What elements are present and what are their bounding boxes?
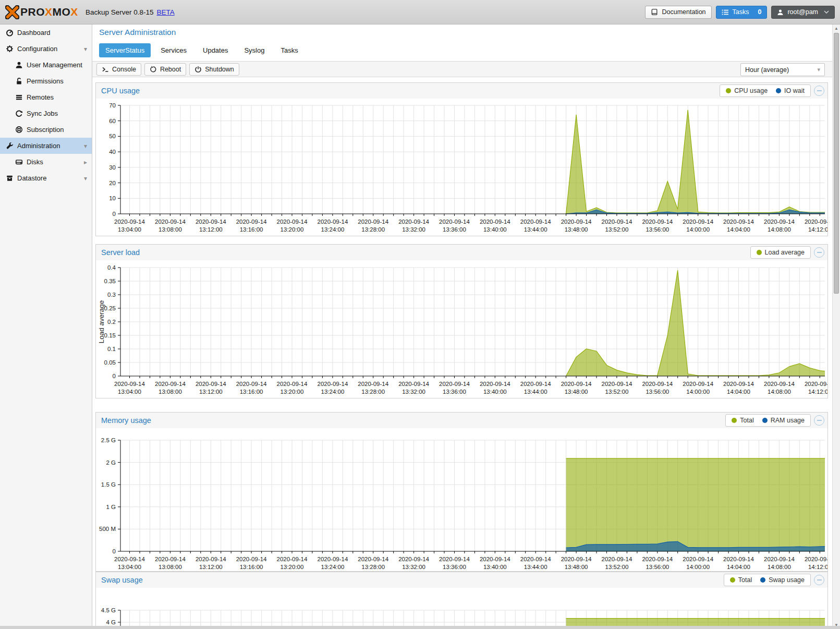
collapse-panel-button[interactable] [814,575,824,585]
sidebar-item-permissions[interactable]: Permissions [0,73,92,89]
svg-text:2020-09-14: 2020-09-14 [601,381,632,387]
svg-text:13:04:00: 13:04:00 [118,389,141,395]
tab-services[interactable]: Services [154,43,193,57]
tab-syslog[interactable]: Syslog [238,43,271,57]
sidebar-item-label: Permissions [27,77,64,85]
svg-text:4 G: 4 G [106,619,116,625]
chevron-down-icon: ▾ [84,175,87,182]
svg-text:2020-09-14: 2020-09-14 [155,556,186,562]
legend-item-io-wait[interactable]: IO wait [776,87,805,94]
svg-text:20: 20 [109,180,116,186]
scroll-up-arrow[interactable]: ▲ [833,25,840,32]
scrollbar-thumb[interactable] [834,33,839,294]
user-menu-button[interactable]: root@pam [771,6,835,19]
sidebar-item-subscription[interactable]: Subscription [0,122,92,138]
svg-text:2020-09-14: 2020-09-14 [196,381,226,387]
documentation-button[interactable]: Documentation [645,6,711,19]
svg-text:13:08:00: 13:08:00 [159,389,182,395]
documentation-label: Documentation [662,8,705,16]
svg-text:2020-09-14: 2020-09-14 [439,219,470,225]
sidebar-item-datastore[interactable]: Datastore ▾ [0,170,92,186]
legend-item-total[interactable]: Total [730,576,752,584]
product-version-label: Backup Server 0.8-15 [86,8,154,16]
svg-text:13:20:00: 13:20:00 [281,564,304,570]
collapse-panel-button[interactable] [814,86,824,96]
legend-item-cpu-usage[interactable]: CPU usage [726,87,768,94]
chevron-right-icon: ▸ [84,159,87,166]
tab-updates[interactable]: Updates [197,43,234,57]
timeframe-select[interactable]: Hour (average) ▾ [740,63,825,76]
sidebar-item-administration[interactable]: Administration ▾ [0,138,92,154]
svg-text:0: 0 [113,373,116,379]
user-icon [15,61,23,69]
svg-text:2020-09-14: 2020-09-14 [358,381,388,387]
legend-item-ram-usage[interactable]: RAM usage [762,417,805,424]
legend-label: CPU usage [734,87,768,94]
svg-text:13:32:00: 13:32:00 [402,389,425,395]
archive-box-icon [6,174,14,182]
sync-icon [15,110,23,117]
sidebar-item-dashboard[interactable]: Dashboard [0,25,92,41]
svg-text:13:40:00: 13:40:00 [483,564,507,570]
svg-text:13:16:00: 13:16:00 [240,564,263,570]
panel-title: Server load [101,245,140,260]
legend-label: Load average [765,249,805,256]
tasks-button[interactable]: Tasks 0 [716,6,768,19]
panel-header: CPU usage CPU usage IO wait [96,83,827,99]
sidebar-item-sync-jobs[interactable]: Sync Jobs [0,105,92,122]
svg-text:2020-09-14: 2020-09-14 [439,556,470,562]
svg-text:1.5 G: 1.5 G [101,481,116,488]
sidebar-item-disks[interactable]: Disks ▸ [0,154,92,170]
svg-text:2020-09-14: 2020-09-14 [561,556,592,562]
sidebar-item-user-management[interactable]: User Management [0,57,92,73]
page-title: Server Administration [99,28,176,37]
tab-tasks[interactable]: Tasks [274,43,304,57]
svg-text:2020-09-14: 2020-09-14 [805,219,827,225]
shutdown-button[interactable]: Shutdown [189,63,239,76]
svg-text:14:12:00: 14:12:00 [808,564,827,570]
server-list-icon [15,93,23,101]
chart-legend: CPU usage IO wait [720,84,811,97]
user-icon [777,9,784,16]
sidebar-item-label: Datastore [17,174,46,182]
svg-text:2020-09-14: 2020-09-14 [480,381,510,387]
svg-text:14:08:00: 14:08:00 [768,389,791,395]
legend-label: Total [740,417,753,424]
panel-title: Swap usage [101,572,143,588]
svg-text:2020-09-14: 2020-09-14 [358,219,388,225]
tab-serverstatus[interactable]: ServerStatus [99,43,151,57]
legend-item-load-average[interactable]: Load average [757,249,805,256]
legend-item-total[interactable]: Total [732,417,753,424]
collapse-panel-button[interactable] [814,415,824,426]
svg-text:13:24:00: 13:24:00 [321,564,345,570]
svg-text:30: 30 [109,164,116,171]
reboot-button[interactable]: Reboot [144,63,186,76]
top-header: PROXMOX Backup Server 0.8-15 BETA Docume… [0,0,840,25]
svg-text:2020-09-14: 2020-09-14 [439,381,470,387]
console-button[interactable]: Console [96,63,141,76]
svg-text:13:56:00: 13:56:00 [646,226,669,233]
legend-dot [757,250,762,255]
collapse-panel-button[interactable] [814,247,824,258]
panel-header: Server load Load average [96,245,827,260]
minus-icon [817,420,822,421]
tab-bar: ServerStatus Services Updates Syslog Tas… [99,43,305,57]
unlock-icon [15,77,23,85]
tasks-label: Tasks [733,8,749,16]
svg-text:0.1: 0.1 [107,346,116,352]
beta-link[interactable]: BETA [156,8,174,16]
sidebar-nav: Dashboard Configuration ▾ [0,25,92,629]
svg-text:13:32:00: 13:32:00 [402,564,425,570]
svg-text:13:20:00: 13:20:00 [281,389,304,395]
svg-text:2020-09-14: 2020-09-14 [764,556,795,562]
sidebar-item-remotes[interactable]: Remotes [0,89,92,105]
svg-text:2020-09-14: 2020-09-14 [561,219,592,225]
legend-item-swap-usage[interactable]: Swap usage [760,576,805,584]
sidebar-item-configuration[interactable]: Configuration ▾ [0,41,92,57]
swap-usage-chart: 0500 M1 G1.5 G2 G2.5 G3 G3.5 G4 G4.5 G20… [96,588,827,629]
sidebar-item-label: Remotes [27,93,54,101]
svg-text:2020-09-14: 2020-09-14 [398,219,429,225]
sidebar-item-label: Configuration [17,45,57,53]
minus-icon [817,252,822,253]
svg-text:0.35: 0.35 [104,278,116,284]
